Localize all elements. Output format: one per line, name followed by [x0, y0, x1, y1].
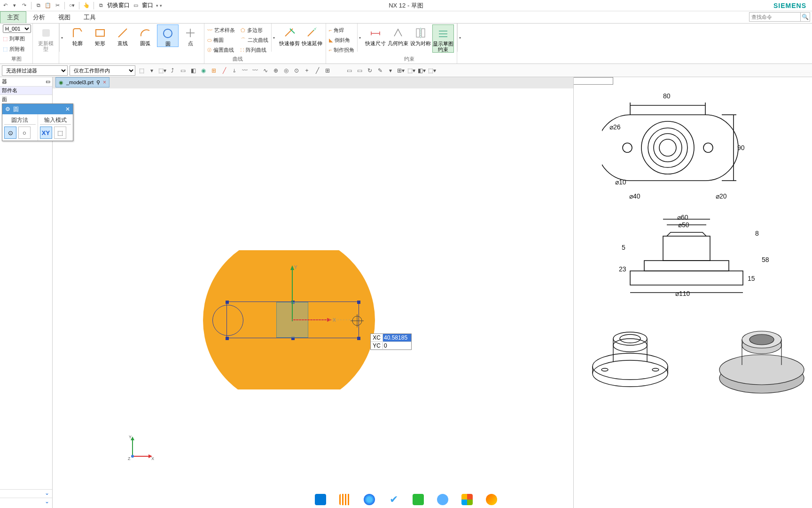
f-icon-13[interactable]: ∿	[261, 66, 270, 75]
group-drop-constrain[interactable]: ▾	[457, 24, 462, 52]
sketch-circle-left[interactable]	[212, 305, 243, 336]
make-corner[interactable]: ⌐制作拐角	[329, 45, 354, 55]
circle-button[interactable]: 圆	[157, 24, 179, 47]
f-icon-23[interactable]: ✎	[376, 66, 384, 75]
f-icon-27[interactable]: ◧▾	[417, 66, 426, 75]
f-icon-25[interactable]: ⊞▾	[397, 66, 405, 75]
geo-constraint-button[interactable]: 几何约束	[387, 24, 409, 46]
quick-trim-button[interactable]: 快速修剪	[279, 24, 300, 46]
touch-icon[interactable]: 👆	[83, 2, 90, 9]
arc-button[interactable]: 圆弧	[134, 24, 156, 46]
doc-tab-pin-icon[interactable]: ⚲	[96, 79, 100, 86]
group-drop-curve[interactable]: ▾	[271, 24, 276, 52]
undo-drop-icon[interactable]: ▾	[11, 2, 18, 9]
task-cloud-icon[interactable]	[437, 494, 448, 505]
nav-box-icon[interactable]: ▭	[46, 79, 50, 85]
cut-icon[interactable]: ✂	[54, 2, 61, 9]
polygon[interactable]: ⬠多边形	[241, 25, 268, 35]
task-start-icon[interactable]	[315, 494, 326, 505]
f-icon-22[interactable]: ↻	[366, 66, 374, 75]
f-icon-24[interactable]: ▾	[386, 66, 395, 75]
f-icon-18[interactable]: ╱	[313, 66, 321, 75]
pattern-curve[interactable]: ⸬阵列曲线	[241, 45, 268, 55]
f-icon-3[interactable]: ⬚▾	[158, 66, 166, 75]
f-icon-26[interactable]: ⬚▾	[407, 66, 415, 75]
xc-input[interactable]	[383, 334, 411, 341]
task-check-icon[interactable]: ✔	[388, 494, 399, 505]
chamfer[interactable]: ◣倒斜角	[329, 35, 354, 45]
panel-handle[interactable]	[573, 77, 613, 85]
selection-filter[interactable]: 无选择过滤器	[2, 65, 68, 76]
f-icon-5[interactable]: ▭	[179, 66, 187, 75]
attach-sketch[interactable]: ⬚到草图	[3, 34, 25, 43]
undo-icon[interactable]: ↶	[2, 2, 8, 9]
f-icon-4[interactable]: ⤴	[168, 66, 177, 75]
circle-method-center[interactable]: ⊙	[4, 127, 16, 139]
offset-curve[interactable]: ⦾偏置曲线	[207, 45, 235, 55]
line-button[interactable]: 直线	[112, 24, 133, 46]
f-icon-20[interactable]: ▭	[345, 66, 353, 75]
dialog-gear-icon[interactable]: ⚙	[5, 106, 10, 112]
task-store-icon[interactable]	[461, 494, 473, 505]
task-edge-icon[interactable]	[364, 494, 375, 505]
window-label[interactable]: 窗口	[142, 1, 153, 9]
f-icon-10[interactable]: ⫰	[230, 66, 239, 75]
task-app-icon[interactable]	[486, 494, 497, 505]
art-spline[interactable]: 〰艺术样条	[207, 25, 235, 35]
symmetric-button[interactable]: 设为对称	[410, 24, 431, 46]
nav-col-name[interactable]: 部件名	[0, 87, 52, 95]
quick-dim-button[interactable]: 快速尺寸	[365, 24, 386, 46]
paste-icon[interactable]: 📋	[45, 2, 51, 9]
reattach[interactable]: ⬚所附着	[3, 44, 25, 54]
f-icon-6[interactable]: ◧	[189, 66, 197, 75]
f-icon-19[interactable]: ⊞	[323, 66, 332, 75]
input-mode-xy[interactable]: XY	[40, 127, 52, 139]
switch-window-icon[interactable]: ⧉	[98, 2, 104, 9]
document-tab[interactable]: ◉ _model3.prt ⚲ ×	[55, 77, 109, 87]
f-icon-15[interactable]: ◎	[282, 66, 290, 75]
search-icon[interactable]: 🔍	[801, 12, 810, 22]
fillet[interactable]: ⌐角焊	[329, 25, 354, 35]
sketch-combo[interactable]: H_001	[3, 24, 31, 33]
f-icon-16[interactable]: ⊙	[292, 66, 301, 75]
nav-row-face[interactable]: 面	[0, 95, 52, 103]
f-icon-11[interactable]: 〰	[241, 66, 249, 75]
dialog-close-icon[interactable]: ✕	[65, 106, 70, 112]
group-drop-1[interactable]: ▾	[59, 24, 64, 52]
input-mode-param[interactable]: ⬚	[54, 127, 66, 139]
show-constraints-button[interactable]: 显示草图约束	[432, 24, 454, 53]
f-icon-7[interactable]: ◉	[199, 66, 208, 75]
tab-analyze[interactable]: 分析	[26, 11, 52, 23]
search-input[interactable]	[749, 12, 801, 22]
ellipse[interactable]: ⬭椭圆	[207, 35, 235, 45]
scope-filter[interactable]: 仅在工作部件内	[70, 65, 135, 76]
f-icon-28[interactable]: ⬚▾	[428, 66, 436, 75]
tab-view[interactable]: 视图	[52, 11, 77, 23]
copy-icon[interactable]: ⧉	[35, 2, 42, 9]
conic[interactable]: ⌒二次曲线	[241, 35, 268, 45]
redo-icon[interactable]: ↷	[21, 2, 27, 9]
doc-tab-close-icon[interactable]: ×	[103, 79, 106, 86]
f-icon-17[interactable]: +	[303, 66, 311, 75]
circle-quick-icon[interactable]: ○▾	[69, 2, 75, 9]
f-icon-2[interactable]: ▾	[148, 66, 156, 75]
f-icon-14[interactable]: ⊕	[272, 66, 280, 75]
yc-input[interactable]	[383, 342, 411, 349]
f-icon-1[interactable]: ⬚	[137, 66, 146, 75]
window-icon[interactable]: ▭	[133, 2, 139, 9]
f-icon-9[interactable]: ╱	[220, 66, 228, 75]
update-model-button[interactable]: 更新模型	[36, 24, 56, 52]
task-explorer-icon[interactable]	[339, 494, 351, 505]
f-icon-8[interactable]: ⊞	[210, 66, 218, 75]
quick-extend-button[interactable]: 快速延伸	[301, 24, 323, 46]
group-drop-edit[interactable]: ▾	[357, 24, 362, 52]
tab-tools[interactable]: 工具	[77, 11, 102, 23]
profile-button[interactable]: 轮廓	[67, 24, 88, 46]
rectangle-button[interactable]: 矩形	[89, 24, 111, 46]
f-icon-21[interactable]: ▭	[355, 66, 364, 75]
f-icon-12[interactable]: 〰	[251, 66, 259, 75]
tab-home[interactable]: 主页	[0, 11, 26, 23]
task-wechat-icon[interactable]	[413, 494, 424, 505]
switch-window-label[interactable]: 切换窗口	[107, 1, 130, 9]
canvas[interactable]: Y X XC YC	[53, 88, 573, 508]
